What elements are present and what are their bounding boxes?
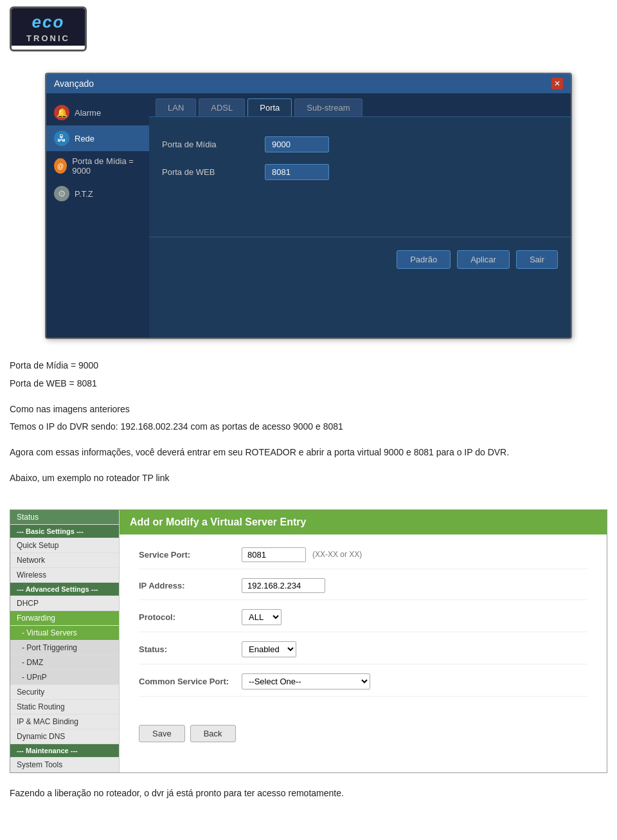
dvr-menu-alarme[interactable]: 🔔 Alarme — [46, 100, 149, 125]
dvr-sidebar: 🔔 Alarme 🖧 Rede @ Porta de Mídia = 9000 … — [46, 93, 149, 338]
router-page-title: Add or Modify a Virtual Server Entry — [120, 510, 607, 534]
ptz-icon: ⚙ — [54, 186, 69, 201]
sidebar-item-network[interactable]: Network — [10, 553, 119, 568]
logo-area: eco TRONIC — [0, 0, 617, 60]
rf-label-service-port: Service Port: — [139, 550, 242, 560]
dvr-buttons: Padrão Aplicar Sair — [149, 237, 571, 282]
para-block-instructions: Agora com essas informações, você deverá… — [10, 445, 607, 461]
rf-select-common-service[interactable]: --Select One-- — [242, 673, 370, 689]
rf-label-common-service: Common Service Port: — [139, 677, 242, 686]
text-content: Porta de Mídia = 9000 Porta de WEB = 808… — [0, 352, 617, 503]
para-block-example: Abaixo, um exemplo no roteador TP link — [10, 471, 607, 486]
sidebar-item-forwarding[interactable]: Forwarding — [10, 611, 119, 626]
router-sidebar: Status --- Basic Settings --- Quick Setu… — [10, 510, 120, 772]
rf-row-common-service: Common Service Port: --Select One-- — [139, 673, 587, 697]
rf-label-ip-address: IP Address: — [139, 581, 242, 590]
rf-hint-service-port: (XX-XX or XX) — [312, 550, 362, 559]
dvr-form-row-web: Porta de WEB — [162, 164, 558, 180]
text-como-nas: Como nas imagens anteriores — [10, 402, 607, 417]
dvr-menu-appnet-label: Porta de Mídia = 9000 — [72, 156, 141, 176]
dvr-btn-sair[interactable]: Sair — [516, 250, 558, 269]
bottom-paragraph: Fazendo a liberação no roteador, o dvr j… — [10, 786, 607, 800]
appnet-icon: @ — [54, 158, 67, 174]
dvr-label-midia: Porta de Mídia — [162, 140, 265, 149]
dvr-form-row-midia: Porta de Mídia — [162, 136, 558, 152]
dvr-menu-alarme-label: Alarme — [75, 108, 101, 118]
dvr-dialog-screenshot: Avançado ✕ 🔔 Alarme 🖧 Rede @ Porta de Mí… — [45, 73, 572, 339]
text-web-port: Porta de WEB = 8081 — [10, 376, 607, 392]
rf-value-protocol: ALL TCP UDP — [242, 609, 587, 625]
dvr-menu-ptz-label: P.T.Z — [75, 189, 93, 199]
rf-row-protocol: Protocol: ALL TCP UDP — [139, 609, 587, 632]
dvr-menu-appnet[interactable]: @ Porta de Mídia = 9000 — [46, 151, 149, 181]
rf-row-status: Status: Enabled Disabled — [139, 641, 587, 664]
dvr-close-button[interactable]: ✕ — [551, 78, 563, 89]
sidebar-maintenance-header: --- Maintenance --- — [10, 744, 119, 758]
router-form-buttons: Save Back — [120, 718, 607, 749]
rede-icon: 🖧 — [54, 131, 69, 146]
dvr-menu-ptz[interactable]: ⚙ P.T.Z — [46, 181, 149, 206]
sidebar-item-static-routing[interactable]: Static Routing — [10, 700, 119, 715]
router-btn-back[interactable]: Back — [190, 725, 236, 742]
text-agora: Agora com essas informações, você deverá… — [10, 445, 607, 461]
dvr-btn-aplicar[interactable]: Aplicar — [457, 250, 510, 269]
router-btn-save[interactable]: Save — [139, 725, 185, 742]
rf-row-service-port: Service Port: (XX-XX or XX) — [139, 547, 587, 569]
rf-select-protocol[interactable]: ALL TCP UDP — [242, 609, 282, 625]
dvr-content: LAN ADSL Porta Sub-stream Porta de Mídia… — [149, 93, 571, 338]
sidebar-basic-settings-header: --- Basic Settings --- — [10, 525, 119, 538]
sidebar-item-status[interactable]: Status — [10, 510, 119, 525]
dvr-input-midia[interactable] — [265, 136, 329, 152]
logo-tronic: TRONIC — [12, 33, 85, 46]
dvr-btn-padrao[interactable]: Padrão — [397, 250, 451, 269]
sidebar-item-dynamic-dns[interactable]: Dynamic DNS — [10, 729, 119, 744]
tab-lan[interactable]: LAN — [156, 98, 196, 116]
sidebar-item-quicksetup[interactable]: Quick Setup — [10, 538, 119, 553]
text-abaixo: Abaixo, um exemplo no roteador TP link — [10, 471, 607, 486]
rf-select-status[interactable]: Enabled Disabled — [242, 641, 296, 657]
dvr-titlebar: Avançado ✕ — [46, 74, 571, 93]
sidebar-item-wireless[interactable]: Wireless — [10, 568, 119, 583]
sidebar-item-dhcp[interactable]: DHCP — [10, 596, 119, 611]
dvr-menu-rede-label: Rede — [75, 134, 94, 143]
dvr-title: Avançado — [54, 78, 94, 89]
para-block-ports: Porta de Mídia = 9000 Porta de WEB = 808… — [10, 358, 607, 392]
rf-value-common-service: --Select One-- — [242, 673, 587, 689]
rf-input-service-port[interactable] — [242, 547, 306, 562]
dvr-menu-rede[interactable]: 🖧 Rede — [46, 125, 149, 151]
sidebar-item-port-triggering[interactable]: - Port Triggering — [10, 641, 119, 655]
dvr-tabs: LAN ADSL Porta Sub-stream — [149, 93, 571, 117]
rf-label-status: Status: — [139, 644, 242, 654]
rf-value-service-port: (XX-XX or XX) — [242, 547, 587, 562]
logo-eco: eco — [12, 8, 85, 33]
para-block-info: Como nas imagens anteriores Temos o IP d… — [10, 402, 607, 435]
rf-value-status: Enabled Disabled — [242, 641, 587, 657]
tab-substream[interactable]: Sub-stream — [294, 98, 362, 116]
sidebar-item-upnp[interactable]: - UPnP — [10, 670, 119, 685]
rf-row-ip-address: IP Address: — [139, 578, 587, 600]
sidebar-item-virtual-servers[interactable]: - Virtual Servers — [10, 626, 119, 641]
dvr-label-web: Porta de WEB — [162, 167, 265, 177]
logo-box: eco TRONIC — [10, 6, 87, 51]
sidebar-advanced-settings-header: --- Advanced Settings --- — [10, 583, 119, 596]
rf-value-ip-address — [242, 578, 587, 593]
sidebar-item-system-tools[interactable]: System Tools — [10, 758, 119, 772]
text-ip-dvr: Temos o IP do DVR sendo: 192.168.002.234… — [10, 419, 607, 435]
dvr-body: 🔔 Alarme 🖧 Rede @ Porta de Mídia = 9000 … — [46, 93, 571, 338]
router-main: Add or Modify a Virtual Server Entry Ser… — [120, 510, 607, 772]
tab-porta[interactable]: Porta — [247, 98, 292, 116]
rf-input-ip-address[interactable] — [242, 578, 325, 593]
sidebar-item-security[interactable]: Security — [10, 685, 119, 700]
sidebar-item-dmz[interactable]: - DMZ — [10, 655, 119, 670]
dvr-input-web[interactable] — [265, 164, 329, 180]
bottom-text: Fazendo a liberação no roteador, o dvr j… — [0, 780, 617, 813]
text-midia-port: Porta de Mídia = 9000 — [10, 358, 607, 374]
dvr-form: Porta de Mídia Porta de WEB — [149, 117, 571, 211]
router-form: Service Port: (XX-XX or XX) IP Address: … — [120, 534, 607, 718]
router-screenshot: Status --- Basic Settings --- Quick Setu… — [10, 509, 607, 773]
rf-label-protocol: Protocol: — [139, 612, 242, 622]
alarm-icon: 🔔 — [54, 105, 69, 120]
tab-adsl[interactable]: ADSL — [199, 98, 245, 116]
sidebar-item-ip-mac[interactable]: IP & MAC Binding — [10, 715, 119, 729]
